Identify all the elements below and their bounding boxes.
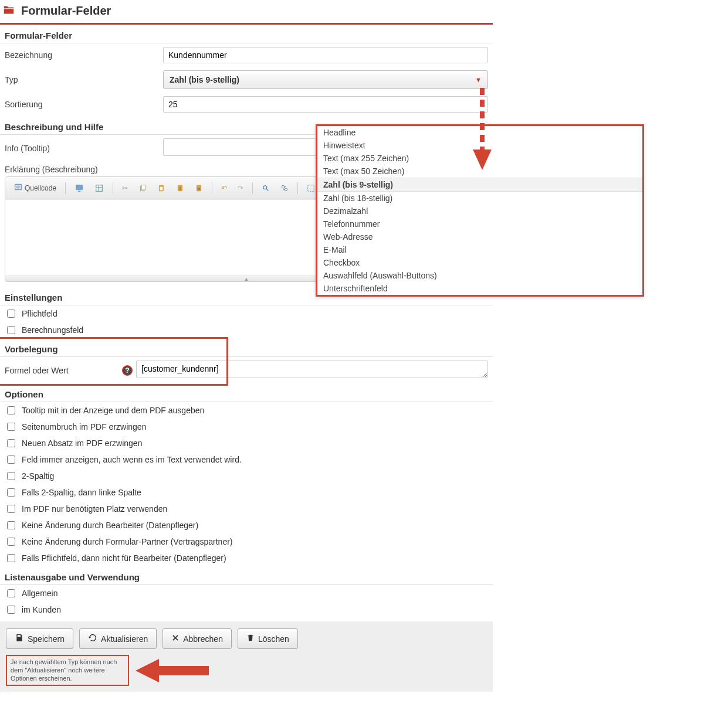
editor-paste-word-button[interactable]: W — [191, 182, 207, 195]
delete-button[interactable]: Löschen — [238, 628, 298, 649]
option-check-checkbox[interactable] — [7, 406, 15, 414]
cancel-icon — [171, 634, 180, 644]
refresh-icon — [88, 633, 97, 644]
editor-cut-button[interactable]: ✂ — [118, 182, 132, 195]
select-typ[interactable]: Zahl (bis 9-stellig) ▼ — [163, 70, 488, 89]
listen-check-checkbox[interactable] — [7, 606, 15, 614]
typ-option[interactable]: Zahl (bis 18-stellig) — [317, 192, 642, 205]
editor-preview-button[interactable] — [70, 181, 88, 195]
save-label: Speichern — [28, 634, 65, 644]
settings-check-label: Pflichtfeld — [22, 309, 57, 318]
typ-option[interactable]: Text (max 50 Zeichen) — [317, 165, 642, 178]
typ-option[interactable]: Checkbox — [317, 256, 642, 269]
editor-source-label: Quellcode — [25, 184, 56, 192]
editor-paste-button[interactable] — [153, 182, 170, 195]
toolbar-separator — [65, 182, 66, 194]
typ-option[interactable]: Headline — [317, 126, 642, 139]
option-check-checkbox[interactable] — [7, 521, 15, 529]
toolbar-separator — [113, 182, 113, 194]
editor-replace-button[interactable] — [276, 182, 293, 195]
option-check-row: Seitenumbruch im PDF erzwingen — [0, 419, 493, 435]
cancel-button[interactable]: Abbrechen — [162, 628, 232, 649]
svg-point-17 — [282, 185, 285, 188]
option-check-row: Neuen Absatz im PDF erzwingen — [0, 435, 493, 451]
option-check-checkbox[interactable] — [7, 538, 15, 546]
refresh-button[interactable]: Aktualisieren — [79, 628, 157, 649]
typ-option[interactable]: Auswahlfeld (Auswahl-Buttons) — [317, 269, 642, 282]
option-check-checkbox[interactable] — [7, 505, 15, 513]
label-bezeichnung: Bezeichnung — [5, 50, 163, 60]
section-formular-felder: Formular-Felder — [0, 25, 493, 43]
svg-rect-4 — [76, 185, 83, 190]
editor-undo-button[interactable]: ↶ — [217, 182, 231, 195]
svg-point-18 — [285, 188, 287, 191]
svg-rect-10 — [160, 186, 163, 190]
typ-option[interactable]: Web-Adresse — [317, 230, 642, 243]
typ-option[interactable]: E-Mail — [317, 243, 642, 256]
option-check-label: Tooltip mit in der Anzeige und dem PDF a… — [22, 406, 204, 415]
input-sortierung[interactable] — [163, 96, 488, 113]
option-check-row: Keine Änderung durch Formular-Partner (V… — [0, 533, 493, 550]
save-icon — [15, 633, 24, 644]
section-listen: Listenausgabe und Verwendung — [0, 566, 493, 585]
option-check-checkbox[interactable] — [7, 439, 15, 447]
svg-rect-5 — [78, 191, 80, 191]
listen-check-row: im Kunden — [0, 601, 493, 618]
label-typ: Typ — [5, 75, 163, 84]
option-check-label: Seitenumbruch im PDF erzwingen — [22, 422, 146, 431]
option-check-checkbox[interactable] — [7, 554, 15, 562]
select-typ-value: Zahl (bis 9-stellig) — [170, 75, 239, 84]
typ-option[interactable]: Zahl (bis 9-stellig) — [317, 178, 642, 192]
typ-option[interactable]: Text (max 255 Zeichen) — [317, 152, 642, 165]
label-formel: Formel oder Wert — [5, 366, 122, 375]
action-bar: Speichern Aktualisieren Abbrechen Lösche… — [0, 621, 493, 692]
typ-option[interactable]: Dezimalzahl — [317, 205, 642, 217]
typ-option[interactable]: Unterschriftenfeld — [317, 282, 642, 295]
option-check-label: Im PDF nur benötigten Platz verwenden — [22, 504, 167, 514]
option-check-checkbox[interactable] — [7, 423, 15, 431]
input-bezeichnung[interactable] — [163, 47, 488, 63]
option-check-checkbox[interactable] — [7, 456, 15, 464]
typ-option[interactable]: Telefonnummer — [317, 217, 642, 230]
typ-option[interactable]: Hinweistext — [317, 139, 642, 152]
label-sortierung: Sortierung — [5, 100, 163, 109]
option-check-row: Falls Pflichtfeld, dann nicht für Bearbe… — [0, 550, 493, 566]
typ-dropdown-overlay: HeadlineHinweistextText (max 255 Zeichen… — [316, 124, 644, 297]
option-check-checkbox[interactable] — [7, 472, 15, 480]
option-check-row: Im PDF nur benötigten Platz verwenden — [0, 501, 493, 517]
help-icon[interactable]: ? — [122, 365, 133, 376]
option-check-label: Neuen Absatz im PDF erzwingen — [22, 439, 142, 448]
editor-find-button[interactable] — [258, 182, 274, 195]
settings-check-row: Pflichtfeld — [0, 305, 493, 322]
editor-redo-button[interactable]: ↷ — [233, 182, 248, 195]
save-button[interactable]: Speichern — [6, 628, 73, 649]
toolbar-separator — [297, 182, 298, 194]
option-check-label: Keine Änderung durch Formular-Partner (V… — [22, 537, 233, 546]
svg-text:T: T — [179, 186, 181, 190]
listen-check-row: Allgemein — [0, 585, 493, 601]
svg-line-16 — [266, 189, 269, 191]
cancel-label: Abbrechen — [183, 634, 223, 644]
settings-check-checkbox[interactable] — [7, 310, 15, 318]
settings-check-row: Berechnungsfeld — [0, 322, 493, 338]
option-check-label: Falls Pflichtfeld, dann nicht für Bearbe… — [22, 553, 226, 563]
section-vorbelegung: Vorbelegung — [0, 338, 493, 357]
option-check-row: Keine Änderung durch Bearbeiter (Datenpf… — [0, 517, 493, 533]
folder-icon — [2, 4, 15, 18]
editor-source-button[interactable]: Quellcode — [10, 181, 60, 195]
settings-check-label: Berechnungsfeld — [22, 325, 83, 335]
input-formel[interactable] — [136, 361, 488, 378]
option-check-checkbox[interactable] — [7, 488, 15, 497]
editor-copy-button[interactable] — [134, 182, 151, 195]
svg-text:W: W — [198, 186, 201, 190]
label-erklaerung: Erklärung (Beschreibung) — [5, 165, 163, 174]
editor-paste-text-button[interactable]: T — [172, 182, 188, 195]
listen-check-checkbox[interactable] — [7, 589, 15, 597]
settings-check-checkbox[interactable] — [7, 326, 15, 334]
option-check-label: Keine Änderung durch Bearbeiter (Datenpf… — [22, 521, 198, 530]
toolbar-separator — [212, 182, 212, 194]
toolbar-separator — [252, 182, 253, 194]
source-icon — [14, 183, 22, 193]
listen-check-label: Allgemein — [22, 589, 57, 598]
editor-template-button[interactable] — [90, 181, 108, 195]
